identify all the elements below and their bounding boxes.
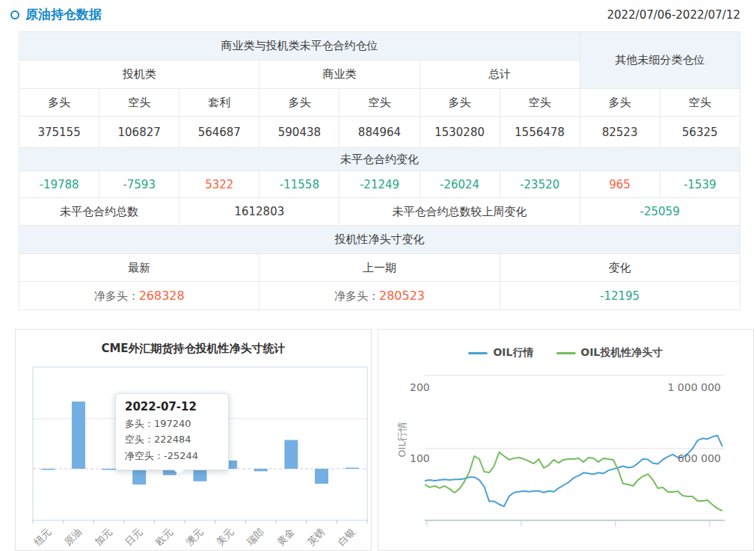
- position-value: 590438: [259, 117, 339, 148]
- net-latest-cell: 净多头：268328: [19, 282, 259, 310]
- col-header: 多头: [420, 89, 500, 117]
- position-value: 884964: [339, 117, 420, 148]
- page-header: 原油持仓数据 2022/07/06-2022/07/12: [10, 6, 740, 23]
- net-section-header: 投机性净头寸变化: [19, 226, 740, 254]
- tooltip-date: 2022-07-12: [125, 400, 219, 413]
- page-title-text: 原油持仓数据: [25, 6, 102, 23]
- bar-瑞郎[interactable]: [254, 469, 268, 471]
- total-value: 1612803: [179, 198, 339, 226]
- tooltip-long: 多头：197240: [125, 416, 219, 431]
- green-line-icon: [556, 352, 576, 354]
- col-header: 空头: [660, 89, 740, 117]
- net-header-change: 变化: [500, 254, 740, 282]
- table-row: 投机性净头寸变化: [19, 226, 740, 254]
- date-range: 2022/07/06-2022/07/12: [607, 8, 740, 22]
- change-value: 965: [580, 171, 660, 198]
- chart-legend: OIL行情 OIL投机性净头寸: [378, 346, 753, 360]
- net-prev-value: 280523: [379, 289, 425, 303]
- bar-加元[interactable]: [102, 469, 116, 470]
- table-row: 未平仓合约总数 1612803 未平仓合约总数较上周变化 -25059: [19, 198, 740, 226]
- col-header: 空头: [339, 89, 420, 117]
- col-header: 多头: [580, 89, 660, 117]
- bar-xlabel-美元: 美元: [214, 526, 236, 548]
- col-header: 空头: [500, 89, 580, 117]
- bar-xlabel-欧元: 欧元: [153, 526, 175, 548]
- bar-xlabel-瑞郎: 瑞郎: [245, 526, 266, 548]
- bar-xlabel-澳元: 澳元: [183, 526, 206, 549]
- net-latest-value: 268328: [139, 289, 185, 303]
- table-row: 375155 106827 564687 590438 884964 15302…: [19, 117, 740, 148]
- position-value: 1556478: [500, 117, 580, 148]
- line-chart-panel: OIL行情 OIL投机性净头寸 200 100 1 000 000 600 00…: [378, 329, 754, 551]
- left-axis-tick-100: 100: [410, 452, 430, 464]
- total-label: 未平仓合约总数: [19, 198, 179, 226]
- bar-日元[interactable]: [132, 469, 146, 484]
- bar-白银[interactable]: [345, 468, 359, 470]
- line-chart-canvas[interactable]: [378, 330, 754, 551]
- net-header-latest: 最新: [19, 254, 259, 282]
- table-row: 未平仓合约变化: [19, 148, 740, 171]
- page-title: 原油持仓数据: [10, 6, 102, 23]
- col-header: 多头: [259, 89, 339, 117]
- table-row: 最新 上一期 变化: [19, 254, 740, 282]
- bar-xlabel-日元: 日元: [123, 526, 144, 548]
- position-value: 1530280: [420, 117, 500, 148]
- change-value: -26024: [420, 171, 500, 198]
- total-change-value: -25059: [580, 198, 740, 226]
- change-value: 5322: [179, 171, 259, 198]
- col-header: 空头: [99, 89, 179, 117]
- subgroup-speculative: 投机类: [19, 61, 259, 89]
- subgroup-total: 总计: [420, 61, 580, 89]
- bar-纽元[interactable]: [41, 469, 55, 470]
- other-header: 其他未细分类仓位: [580, 32, 740, 89]
- position-value: 375155: [19, 117, 99, 148]
- bar-chart-panel: CME外汇期货持仓投机性净头寸统计 纽元原油加元日元欧元澳元美元瑞郎黄金英镑白银…: [15, 329, 372, 551]
- bar-xlabel-原油: 原油: [62, 526, 84, 548]
- legend-label: OIL行情: [493, 346, 533, 360]
- change-value: -19788: [19, 171, 99, 198]
- bar-澳元[interactable]: [194, 469, 207, 481]
- legend-item-oil-net-position[interactable]: OIL投机性净头寸: [556, 346, 663, 360]
- total-change-label: 未平仓合约总数较上周变化: [339, 198, 580, 226]
- right-axis-tick-1000000: 1 000 000: [668, 381, 721, 393]
- change-value: -7593: [99, 171, 179, 198]
- legend-label: OIL投机性净头寸: [581, 346, 663, 360]
- net-header-previous: 上一期: [259, 254, 500, 282]
- net-prev-cell: 净多头：280523: [259, 282, 500, 310]
- change-value: -1539: [660, 171, 740, 198]
- position-value: 564687: [179, 117, 259, 148]
- page: 原油持仓数据 2022/07/06-2022/07/12 商业类与投机类未平仓合…: [0, 0, 756, 551]
- col-header: 多头: [19, 89, 99, 117]
- bar-xlabel-黄金: 黄金: [275, 526, 297, 548]
- net-latest-label: 净多头：: [94, 289, 139, 303]
- table-row: 净多头：268328 净多头：280523 -12195: [19, 282, 740, 310]
- net-prev-label: 净多头：: [334, 289, 379, 303]
- tooltip-short: 空头：222484: [125, 431, 219, 447]
- change-value: -21249: [339, 171, 420, 198]
- change-value: -23520: [500, 171, 580, 198]
- table-row: 多头 空头 套利 多头 空头 多头 空头 多头 空头: [19, 89, 740, 117]
- bar-原油[interactable]: [72, 401, 85, 469]
- positions-table: 商业类与投机类未平仓合约仓位 其他未细分类仓位 投机类 商业类 总计 多头 空头…: [19, 31, 740, 310]
- right-axis-tick-600000: 600 000: [677, 452, 721, 464]
- circle-icon: [10, 10, 19, 19]
- table-row: -19788 -7593 5322 -11558 -21249 -26024 -…: [19, 171, 740, 198]
- position-value: 82523: [580, 117, 660, 148]
- position-value: 106827: [99, 117, 179, 148]
- legend-item-oil-price[interactable]: OIL行情: [468, 346, 533, 360]
- group-header: 商业类与投机类未平仓合约仓位: [19, 32, 580, 61]
- bar-xlabel-英镑: 英镑: [305, 526, 327, 548]
- left-axis-tick-200: 200: [410, 381, 430, 393]
- change-section-header: 未平仓合约变化: [19, 148, 740, 171]
- net-change-value: -12195: [500, 282, 740, 310]
- tooltip-net: 净空头：-25244: [125, 448, 219, 464]
- bar-xlabel-纽元: 纽元: [31, 526, 53, 548]
- y-axis-title: OIL行情: [396, 422, 409, 457]
- blue-line-icon: [468, 352, 488, 354]
- table-row: 商业类与投机类未平仓合约仓位 其他未细分类仓位: [19, 32, 740, 61]
- bar-英镑[interactable]: [315, 469, 328, 484]
- subgroup-commercial: 商业类: [259, 61, 420, 89]
- bar-黄金[interactable]: [284, 440, 298, 469]
- col-header: 套利: [179, 89, 259, 117]
- bar-xlabel-白银: 白银: [336, 526, 357, 548]
